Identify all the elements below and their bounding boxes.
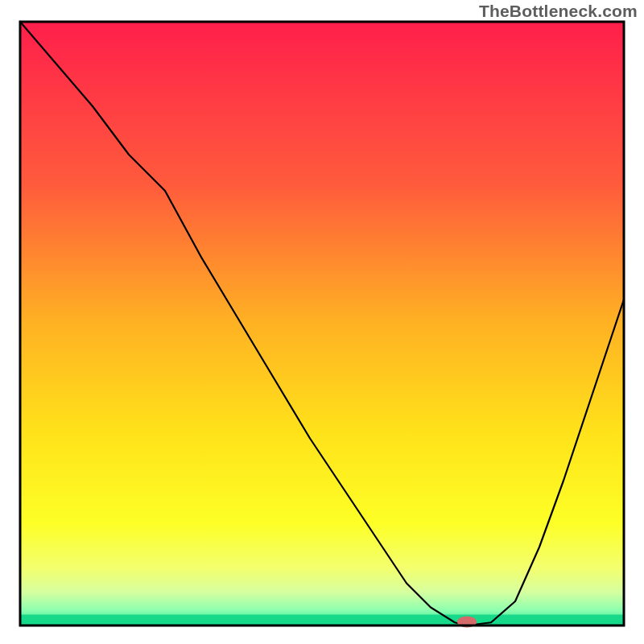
chart-svg	[0, 0, 644, 644]
watermark-text: TheBottleneck.com	[479, 2, 638, 21]
chart-baseline-band	[20, 615, 624, 626]
chart-background	[20, 22, 624, 625]
